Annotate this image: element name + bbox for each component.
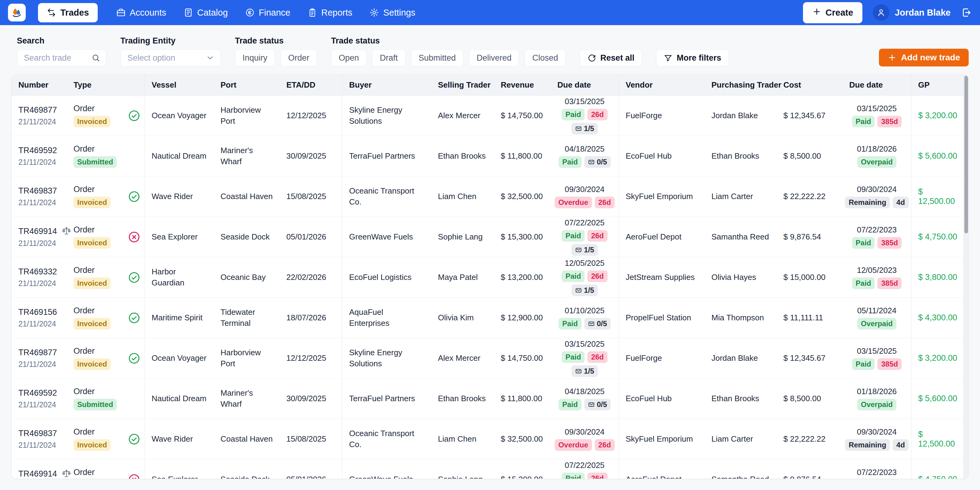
cell-port: Tidewater Terminal bbox=[214, 307, 280, 328]
filter-option-draft[interactable]: Draft bbox=[372, 49, 406, 67]
cell-selling-trader: Maya Patel bbox=[431, 272, 494, 282]
x-circle-icon bbox=[128, 473, 140, 479]
filter-option-closed[interactable]: Closed bbox=[525, 49, 566, 67]
cell-purchasing-trader: Mia Thompson bbox=[705, 313, 776, 323]
cell-vessel: Wave Rider bbox=[145, 191, 214, 202]
badge-26d: 26d bbox=[587, 473, 607, 479]
nav-item-trades[interactable]: Trades bbox=[38, 3, 98, 22]
nav-item-reports[interactable]: Reports bbox=[307, 8, 353, 18]
logout-icon[interactable] bbox=[961, 7, 972, 18]
create-button[interactable]: Create bbox=[803, 2, 862, 23]
trade-number: TR469837 bbox=[18, 186, 57, 196]
trade-number: TR469877 bbox=[18, 348, 57, 357]
cell-vendor: SkyFuel Emporium bbox=[619, 434, 705, 444]
badge-26d: 26d bbox=[587, 230, 607, 242]
badge-paid: Paid bbox=[852, 237, 875, 249]
trade-type-buttons: InquiryOrder bbox=[235, 49, 317, 67]
table-row[interactable]: TR469837 21/11/2024 Order Invoiced Wave … bbox=[12, 177, 968, 217]
mail-badges: 1/5 bbox=[571, 365, 598, 377]
table-scrollbar[interactable] bbox=[964, 75, 968, 479]
badge-paid: Paid bbox=[562, 230, 585, 242]
trade-number: TR469914 bbox=[18, 227, 57, 236]
cell-type: Order Invoiced bbox=[67, 468, 123, 479]
cell-cost: $ 8,500.00 bbox=[776, 151, 843, 161]
filter-option-open[interactable]: Open bbox=[331, 49, 367, 67]
reset-all-button[interactable]: Reset all bbox=[580, 49, 642, 67]
trade-created-date: 21/11/2024 bbox=[18, 441, 60, 450]
search-input[interactable] bbox=[24, 53, 88, 63]
badge-paid: Paid bbox=[852, 116, 875, 127]
mail-badges: 1/5 bbox=[571, 285, 598, 296]
filter-option-order[interactable]: Order bbox=[280, 49, 317, 67]
cell-revenue-due: 01/10/2025Paid0/5 bbox=[550, 298, 619, 338]
cell-purchasing-trader: Olivia Hayes bbox=[705, 272, 776, 282]
due-date-value: 09/30/2024 bbox=[857, 427, 897, 437]
cell-port: Mariner's Wharf bbox=[214, 388, 280, 409]
table-row[interactable]: TR469592 21/11/2024 Order Submitted Naut… bbox=[12, 136, 968, 177]
trade-type-value: Order bbox=[73, 306, 117, 315]
filter-option-submitted[interactable]: Submitted bbox=[411, 49, 464, 67]
cell-type: Order Invoiced bbox=[67, 346, 123, 370]
due-date-value: 03/15/2025 bbox=[857, 104, 897, 113]
cell-eta: 30/09/2025 bbox=[280, 379, 342, 418]
table-row[interactable]: TR469877 21/11/2024 Order Invoiced Ocean… bbox=[12, 338, 968, 379]
envelope-icon bbox=[588, 159, 595, 165]
filter-option-inquiry[interactable]: Inquiry bbox=[235, 49, 275, 67]
nav-item-settings[interactable]: Settings bbox=[369, 8, 415, 18]
trade-type-value: Order bbox=[73, 185, 117, 194]
cell-gp: $ 4,300.00 bbox=[912, 313, 968, 323]
swap-arrows-icon bbox=[46, 8, 56, 18]
mail-count-badge: 0/5 bbox=[584, 399, 611, 410]
check-circle-icon bbox=[128, 190, 140, 203]
filter-option-delivered[interactable]: Delivered bbox=[469, 49, 519, 67]
trading-entity-select[interactable]: Select option bbox=[120, 49, 221, 67]
cell-buyer: Oceanic Transport Co. bbox=[342, 186, 431, 207]
header-row: NumberTypeVesselPortETA/DDBuyerSelling T… bbox=[12, 75, 968, 95]
trade-number: TR469877 bbox=[18, 105, 57, 115]
trading-entity-placeholder: Select option bbox=[127, 53, 175, 63]
cell-cost-due: 01/18/2026Overpaid bbox=[843, 136, 912, 176]
user-icon bbox=[877, 8, 886, 17]
cell-cost-due: 03/15/2025Paid385d bbox=[843, 338, 912, 378]
due-date-value: 07/22/2025 bbox=[565, 461, 605, 470]
cell-status-icon bbox=[123, 379, 145, 418]
due-badges: Overpaid bbox=[857, 399, 896, 410]
nav-item-catalog[interactable]: Catalog bbox=[183, 8, 228, 18]
user-menu[interactable]: Jordan Blake bbox=[873, 4, 951, 21]
cell-type: Order Invoiced bbox=[67, 225, 123, 249]
cell-revenue-due: 04/18/2025Paid0/5 bbox=[550, 379, 619, 418]
badge-remaining: Remaining bbox=[845, 197, 890, 208]
nav-item-label: Trades bbox=[60, 8, 89, 18]
due-date-value: 03/15/2025 bbox=[857, 346, 897, 356]
badge-26d: 26d bbox=[587, 270, 607, 282]
cell-type: Order Invoiced bbox=[67, 427, 123, 451]
cell-cost: $ 22,222.22 bbox=[776, 192, 843, 201]
due-badges: Paid385d bbox=[852, 116, 902, 127]
table-row[interactable]: TR469877 21/11/2024 Order Invoiced Ocean… bbox=[12, 95, 968, 136]
trade-type-value: Order bbox=[73, 104, 117, 113]
top-nav: Trades Accounts Catalog Finance Reports … bbox=[0, 0, 980, 25]
scrollbar-thumb[interactable] bbox=[964, 76, 968, 233]
nav-item-finance[interactable]: Finance bbox=[245, 8, 290, 18]
add-new-trade-button[interactable]: Add new trade bbox=[879, 49, 969, 67]
search-icon bbox=[91, 53, 100, 62]
catalog-icon bbox=[183, 8, 193, 18]
nav-item-accounts[interactable]: Accounts bbox=[116, 8, 166, 18]
app-logo[interactable] bbox=[8, 4, 26, 21]
mail-count-badge: 0/5 bbox=[584, 156, 611, 168]
table-row[interactable]: TR469332 21/11/2024 Order Invoiced Harbo… bbox=[12, 257, 968, 298]
due-badges: Overdue26d bbox=[555, 439, 615, 451]
trade-status-buttons: OpenDraftSubmittedDeliveredClosed bbox=[331, 49, 566, 67]
column-header-port: Port bbox=[214, 80, 280, 90]
more-filters-button[interactable]: More filters bbox=[656, 49, 729, 67]
column-header-gp: GP bbox=[912, 80, 968, 90]
table-row[interactable]: TR469837 21/11/2024 Order Invoiced Wave … bbox=[12, 419, 968, 460]
table-row[interactable]: TR469914 21/11/2024 Order Invoiced Sea E… bbox=[12, 217, 968, 257]
table-row[interactable]: TR469156 21/11/2024 Order Invoiced Marit… bbox=[12, 298, 968, 338]
table-row[interactable]: TR469592 21/11/2024 Order Submitted Naut… bbox=[12, 379, 968, 419]
cell-status-icon bbox=[123, 460, 145, 479]
cell-revenue-due: 07/22/2025Paid26d1/5 bbox=[550, 217, 619, 257]
cell-revenue-due: 09/30/2024Overdue26d bbox=[550, 419, 619, 459]
cell-status-icon bbox=[123, 298, 145, 338]
table-row[interactable]: TR469914 21/11/2024 Order Invoiced Sea E… bbox=[12, 460, 968, 479]
